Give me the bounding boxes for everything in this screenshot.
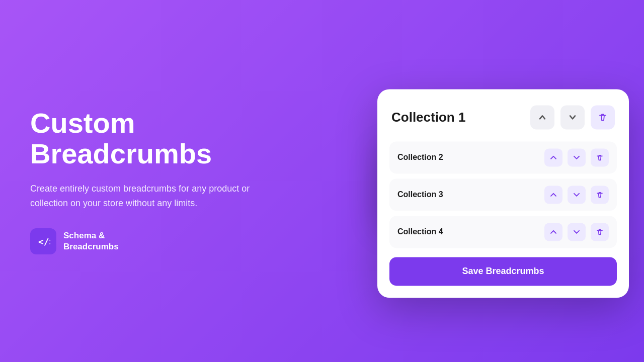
left-panel: Custom Breadcrumbs Create entirely custo… xyxy=(30,108,272,255)
collection-4-delete-button[interactable] xyxy=(591,223,609,241)
collection-1-down-button[interactable] xyxy=(560,105,585,129)
collection-4-down-button[interactable] xyxy=(568,223,586,241)
collection-1-up-button[interactable] xyxy=(530,105,554,129)
brand-badge: </> Schema & Breadcrumbs xyxy=(30,228,252,254)
trash-icon xyxy=(596,191,604,199)
brand-icon: </> xyxy=(30,228,56,254)
chevron-down-icon xyxy=(573,228,581,236)
chevron-down-icon xyxy=(568,112,578,122)
main-title: Custom Breadcrumbs xyxy=(30,108,252,169)
collection-2-down-button[interactable] xyxy=(568,148,586,166)
collection-1-name: Collection 1 xyxy=(391,110,524,125)
front-card: Collection 1 Collection 2 xyxy=(377,89,629,298)
trash-icon xyxy=(596,228,604,236)
code-icon: </> xyxy=(36,234,50,248)
trash-icon xyxy=(596,153,604,161)
collection-3-delete-button[interactable] xyxy=(591,186,609,204)
chevron-up-icon xyxy=(549,191,557,199)
save-breadcrumbs-button[interactable]: Save Breadcrumbs xyxy=(389,257,617,286)
collection-1-delete-button[interactable] xyxy=(591,105,615,129)
collection-3-row: Collection 3 xyxy=(389,178,617,211)
collection-2-row: Collection 2 xyxy=(389,141,617,173)
brand-name: Schema & Breadcrumbs xyxy=(63,230,119,252)
collection-2-delete-button[interactable] xyxy=(591,148,609,166)
collection-4-row: Collection 4 xyxy=(389,216,617,248)
right-panel: </> Costume Collection ≡ Select Collecti… xyxy=(332,0,614,362)
svg-text:</>: </> xyxy=(38,236,50,247)
collection-3-down-button[interactable] xyxy=(568,186,586,204)
collection-4-up-button[interactable] xyxy=(544,223,562,241)
collection-3-up-button[interactable] xyxy=(544,186,562,204)
chevron-up-icon xyxy=(537,112,547,122)
collection-4-name: Collection 4 xyxy=(397,227,539,236)
chevron-up-icon xyxy=(549,153,557,161)
trash-icon xyxy=(598,112,608,122)
collection-2-up-button[interactable] xyxy=(544,148,562,166)
collection-1-hero-row: Collection 1 xyxy=(389,101,617,133)
chevron-up-icon xyxy=(549,228,557,236)
collection-2-name: Collection 2 xyxy=(397,153,539,162)
collection-3-name: Collection 3 xyxy=(397,190,539,199)
subtitle: Create entirely custom breadcrumbs for a… xyxy=(30,182,252,211)
chevron-down-icon xyxy=(573,191,581,199)
chevron-down-icon xyxy=(573,153,581,161)
